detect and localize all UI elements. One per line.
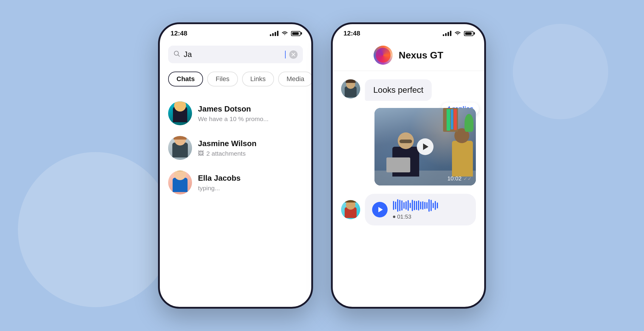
voice-dot-icon xyxy=(393,216,395,218)
wave-bar xyxy=(416,201,417,210)
svg-line-1 xyxy=(178,55,179,56)
play-triangle-icon xyxy=(423,143,428,150)
wave-bar xyxy=(399,200,400,211)
chat-item-james[interactable]: James Dotson We have a 10 % promo... xyxy=(168,96,303,131)
avatar-ella xyxy=(168,171,192,194)
chat-list: James Dotson We have a 10 % promo... xyxy=(168,96,303,200)
filter-tabs: Chats Files Links Media xyxy=(168,72,303,86)
phone-chat: 12:48 xyxy=(331,22,486,309)
avatar-jasmine xyxy=(168,136,192,160)
chat-name-jasmine: Jasmine Wilson xyxy=(198,139,303,148)
voice-play-button[interactable] xyxy=(372,202,388,217)
wave-bar xyxy=(426,202,428,209)
status-icons-1 xyxy=(270,30,301,37)
voice-waveform xyxy=(393,199,438,212)
search-clear-button[interactable] xyxy=(289,50,298,59)
wave-bar xyxy=(437,202,438,208)
wave-bar xyxy=(414,201,415,210)
wave-bar xyxy=(412,200,413,211)
chat-preview-jasmine: 🖼 2 attachments xyxy=(198,150,303,157)
nexus-avatar xyxy=(374,46,393,65)
status-icons-2 xyxy=(443,30,473,37)
chat-name-james: James Dotson xyxy=(198,104,303,114)
phone-search: 12:48 xyxy=(158,22,313,309)
wave-bar xyxy=(422,201,423,210)
search-input-value[interactable]: Ja xyxy=(184,50,281,59)
wave-bar xyxy=(408,200,409,211)
wave-bar xyxy=(428,199,430,212)
voice-play-triangle xyxy=(378,207,383,212)
search-icon xyxy=(174,50,180,59)
chat-header: Nexus GT xyxy=(333,40,484,71)
video-duration: 10:02 ✓✓ xyxy=(447,175,472,182)
voice-bubble: 01:53 xyxy=(365,194,476,225)
bg-decoration-circle-left xyxy=(18,152,173,307)
tab-files[interactable]: Files xyxy=(207,72,238,86)
tab-links[interactable]: Links xyxy=(242,72,274,86)
wave-bar xyxy=(397,199,398,212)
signal-icon-1 xyxy=(270,31,278,36)
chat-item-ella[interactable]: Ella Jacobs typing... xyxy=(168,165,303,200)
chat-preview-james: We have a 10 % promo... xyxy=(198,115,303,123)
message-row-video: 4 replies xyxy=(341,108,476,185)
wave-bar xyxy=(403,202,405,209)
wifi-icon-1 xyxy=(281,30,288,37)
video-container[interactable]: 4 replies xyxy=(374,108,476,185)
chat-header-name: Nexus GT xyxy=(399,50,443,61)
wave-bar xyxy=(401,200,402,211)
chat-preview-ella: typing... xyxy=(198,185,303,192)
search-bar[interactable]: Ja xyxy=(168,46,303,63)
wave-bar xyxy=(435,201,436,210)
wave-bar xyxy=(433,203,434,208)
bg-decoration-circle-right xyxy=(513,24,608,119)
message-row-voice: 01:53 xyxy=(341,194,476,225)
wave-bar xyxy=(431,200,432,211)
status-time-1: 12:48 xyxy=(171,30,187,37)
status-bar-1: 12:48 xyxy=(160,24,311,40)
chat-info-ella: Ella Jacobs typing... xyxy=(198,174,303,192)
signal-icon-2 xyxy=(443,31,451,36)
status-time-2: 12:48 xyxy=(343,30,360,37)
wifi-icon-2 xyxy=(454,30,461,37)
chat-name-ella: Ella Jacobs xyxy=(198,174,303,183)
checkmarks-icon: ✓✓ xyxy=(463,176,472,182)
status-bar-2: 12:48 xyxy=(333,24,484,40)
text-cursor xyxy=(285,51,286,58)
battery-icon-1 xyxy=(291,31,301,36)
wave-bar xyxy=(410,203,411,208)
voice-content: 01:53 xyxy=(393,199,438,220)
voice-duration: 01:53 xyxy=(393,214,438,220)
wave-bar xyxy=(420,202,421,209)
chat-info-jasmine: Jasmine Wilson 🖼 2 attachments xyxy=(198,139,303,157)
sender-avatar-msg3 xyxy=(341,200,360,219)
chat-messages: Looks perfect 4 replies xyxy=(333,71,484,234)
wave-bar xyxy=(393,201,394,210)
video-thumbnail: 10:02 ✓✓ xyxy=(374,108,476,185)
tab-chats[interactable]: Chats xyxy=(168,72,203,86)
avatar-james xyxy=(168,101,192,125)
battery-icon-2 xyxy=(464,31,473,36)
attachment-icon: 🖼 xyxy=(198,150,204,157)
video-play-button[interactable] xyxy=(417,138,434,155)
wave-bar xyxy=(418,200,419,211)
message-row-1: Looks perfect xyxy=(341,79,476,101)
sender-avatar-msg1 xyxy=(341,79,360,98)
chat-item-jasmine[interactable]: Jasmine Wilson 🖼 2 attachments xyxy=(168,131,303,165)
wave-bar xyxy=(395,202,396,209)
wave-bar xyxy=(424,202,425,209)
message-text-1: Looks perfect xyxy=(365,79,432,101)
wave-bar xyxy=(405,201,407,210)
phones-container: 12:48 xyxy=(158,22,486,309)
chat-info-james: James Dotson We have a 10 % promo... xyxy=(198,104,303,123)
tab-media[interactable]: Media xyxy=(278,72,313,86)
